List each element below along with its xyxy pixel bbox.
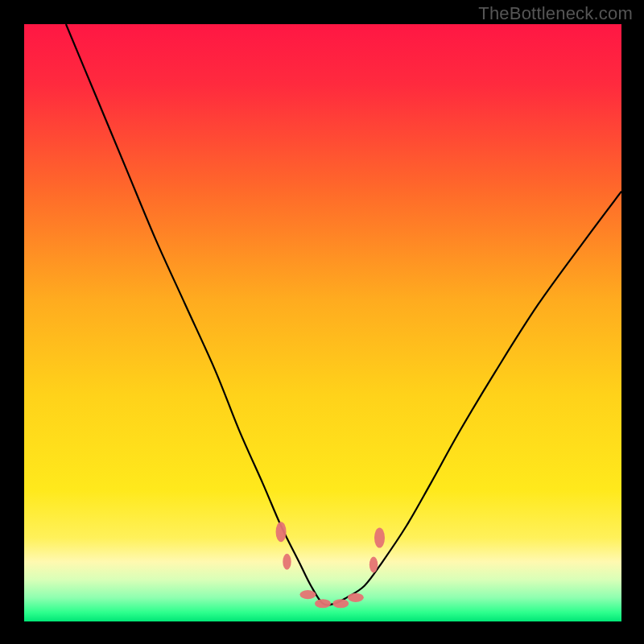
data-marker [348,593,364,602]
data-marker [283,554,291,570]
credit-label: TheBottleneck.com [478,3,633,24]
data-marker [332,599,349,608]
data-marker [374,528,385,548]
marker-group [276,522,385,608]
data-marker [299,590,316,599]
curve-layer [24,24,621,621]
data-marker [369,557,378,573]
data-marker [315,599,331,608]
plot-frame [24,24,621,621]
bottleneck-curve [66,24,621,605]
data-marker [276,522,287,542]
chart-root: TheBottleneck.com [0,0,644,644]
